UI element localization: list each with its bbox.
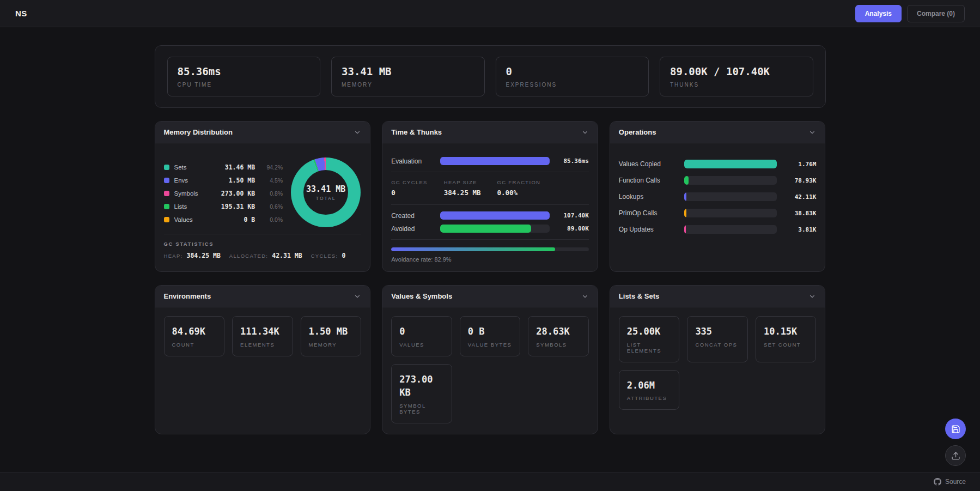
legend-color-swatch <box>164 204 169 209</box>
environments-panel: Environments 84.69K COUNT 111.34K ELEMEN… <box>155 285 371 434</box>
legend-name: Values <box>174 216 239 223</box>
mini-stat-value: 273.00 KB <box>399 373 444 399</box>
values-symbols-cards: 0 VALUES 0 B VALUE BYTES 28.63K SYMBOLS … <box>382 307 598 434</box>
bar-fill <box>684 225 686 234</box>
gc-metric: GC CYCLES 0 <box>391 179 428 197</box>
mini-stat-card: 335 CONCAT OPS <box>687 316 748 362</box>
panel-title: Memory Distribution <box>164 128 233 136</box>
mini-stat-card: 0 B VALUE BYTES <box>460 316 521 356</box>
metric-bar-row: Values Copied 1.76M <box>619 160 817 168</box>
summary-stats-container: 85.36ms CPU TIME 33.41 MB MEMORY 0 EXPRE… <box>155 45 826 108</box>
gc-metric-value: 384.25 MB <box>444 189 481 197</box>
gc-stat-label: ALLOCATED: <box>229 253 268 259</box>
gc-stat-value: 384.25 MB <box>187 252 221 259</box>
legend-value: 195.31 KB <box>221 203 255 210</box>
environments-cards: 84.69K COUNT 111.34K ELEMENTS 1.50 MB ME… <box>155 307 370 434</box>
mini-stat-value: 1.50 MB <box>309 325 354 338</box>
mini-stat-card: 273.00 KB SYMBOL BYTES <box>391 364 452 423</box>
memory-legend: Sets 31.46 MB 94.2% Envs 1.50 MB 4.5% Sy… <box>164 161 283 226</box>
mini-stat-label: ATTRIBUTES <box>627 395 672 401</box>
legend-name: Sets <box>174 164 220 171</box>
legend-value: 31.46 MB <box>225 163 255 171</box>
legend-color-swatch <box>164 191 169 196</box>
chevron-down-icon[interactable] <box>581 293 589 300</box>
gc-metric-label: HEAP SIZE <box>444 179 481 185</box>
mini-stat-label: LIST ELEMENTS <box>627 342 672 354</box>
upload-icon <box>951 451 960 460</box>
top-bar: NS Analysis Compare (0) <box>0 0 980 27</box>
memory-distribution-header[interactable]: Memory Distribution <box>155 122 370 143</box>
stat-value: 0 <box>506 65 639 77</box>
mini-stat-label: ELEMENTS <box>240 342 285 348</box>
time-thunks-panel: Time & Thunks Evaluation 85.36ms GC CYCL… <box>382 121 598 272</box>
mini-stat-value: 2.06M <box>627 379 672 392</box>
bar-value: 78.93K <box>783 177 816 184</box>
mini-stat-label: VALUE BYTES <box>468 342 513 348</box>
metric-bar-row: Function Calls 78.93K <box>619 176 817 185</box>
chevron-down-icon[interactable] <box>808 129 816 136</box>
chevron-down-icon[interactable] <box>581 129 589 136</box>
panel-title: Values & Symbols <box>391 292 452 300</box>
gc-metric-value: 0.00% <box>497 189 541 197</box>
compare-tab-button[interactable]: Compare (0) <box>907 5 965 22</box>
metric-bar-row: Evaluation 85.36ms <box>391 157 589 165</box>
donut-total-value: 33.41 MB <box>306 184 345 194</box>
chevron-down-icon[interactable] <box>808 293 816 300</box>
lists-sets-header[interactable]: Lists & Sets <box>610 286 825 307</box>
gc-stat: HEAP: 384.25 MB <box>164 252 221 259</box>
metric-bar-row: Created 107.40K <box>391 211 589 220</box>
evaluation-bar-group: Evaluation 85.36ms <box>391 157 589 165</box>
gc-stat-label: CYCLES: <box>311 253 338 259</box>
lists-sets-panel: Lists & Sets 25.00K LIST ELEMENTS 335 CO… <box>610 285 826 434</box>
mini-stat-value: 25.00K <box>627 325 672 338</box>
summary-stat-card: 89.00K / 107.40K THUNKS <box>660 57 813 96</box>
avoidance-rate-caption: Avoidance rate: 82.9% <box>391 256 589 263</box>
chevron-down-icon[interactable] <box>354 129 361 136</box>
donut-center: 33.41 MB TOTAL <box>303 170 348 215</box>
bar-track <box>440 211 550 220</box>
gc-metrics-columns: GC CYCLES 0 HEAP SIZE 384.25 MB GC FRACT… <box>391 179 589 197</box>
values-symbols-header[interactable]: Values & Symbols <box>382 286 598 307</box>
avoidance-rate-track <box>391 247 589 251</box>
operations-header[interactable]: Operations <box>610 122 825 143</box>
save-button[interactable] <box>945 419 966 439</box>
mini-stat-card: 1.50 MB MEMORY <box>301 316 362 356</box>
bar-value: 85.36ms <box>556 157 589 165</box>
summary-stat-card: 85.36ms CPU TIME <box>167 57 321 96</box>
panels-row-1: Memory Distribution Sets 31.46 MB 94.2% … <box>155 121 826 272</box>
bar-label: Evaluation <box>391 157 434 165</box>
bar-value: 42.11K <box>783 193 816 201</box>
panel-title: Lists & Sets <box>619 292 659 300</box>
legend-value: 273.00 KB <box>221 190 255 197</box>
mini-stat-label: MEMORY <box>309 342 354 348</box>
bar-label: Created <box>391 212 434 220</box>
legend-percent: 94.2% <box>260 164 283 171</box>
chevron-down-icon[interactable] <box>354 293 361 300</box>
legend-percent: 0.0% <box>260 216 283 223</box>
bar-label: Avoided <box>391 225 434 233</box>
gc-statistics-row: HEAP: 384.25 MB ALLOCATED: 42.31 MB CYCL… <box>164 252 362 259</box>
mini-stat-label: SET COUNT <box>764 342 808 348</box>
operations-panel: Operations Values Copied 1.76M Function … <box>610 121 826 272</box>
export-button[interactable] <box>945 445 966 466</box>
mini-stat-value: 84.69K <box>172 325 217 338</box>
analysis-tab-button[interactable]: Analysis <box>855 5 902 22</box>
metric-bar-row: Lookups 42.11K <box>619 192 817 201</box>
time-thunks-header[interactable]: Time & Thunks <box>382 122 598 143</box>
bar-track <box>684 209 777 217</box>
mini-stat-card: 25.00K LIST ELEMENTS <box>619 316 680 362</box>
source-link[interactable]: Source <box>934 478 966 486</box>
bar-fill <box>684 160 777 168</box>
environments-header[interactable]: Environments <box>155 286 370 307</box>
bar-track <box>440 157 550 165</box>
mini-stat-value: 28.63K <box>536 325 581 338</box>
app-logo: NS <box>15 9 27 18</box>
legend-name: Lists <box>174 203 216 210</box>
legend-row: Values 0 B 0.0% <box>164 213 283 226</box>
avoidance-rate-fill <box>391 247 555 251</box>
gc-metric-value: 0 <box>391 189 428 197</box>
bar-track <box>684 225 777 234</box>
floating-action-buttons <box>945 419 966 466</box>
bar-label: Values Copied <box>619 160 678 168</box>
legend-name: Symbols <box>174 190 216 197</box>
